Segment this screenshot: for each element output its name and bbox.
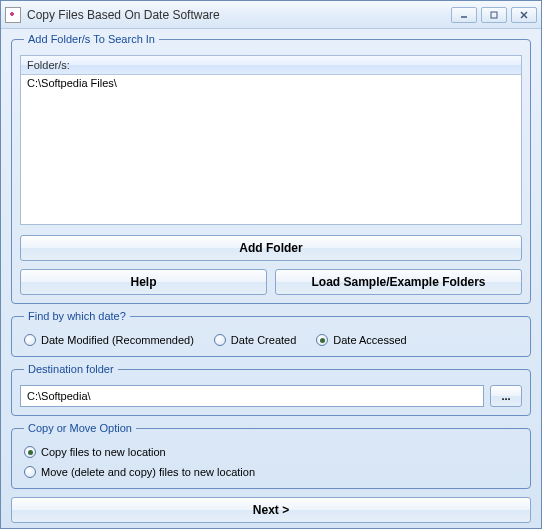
radio-date-created[interactable]: Date Created [214, 334, 296, 346]
add-folder-button[interactable]: Add Folder [20, 235, 522, 261]
maximize-button[interactable] [481, 7, 507, 23]
radio-date-accessed[interactable]: Date Accessed [316, 334, 406, 346]
destination-row: ... [20, 385, 522, 407]
group-add-folders-legend: Add Folder/s To Search In [24, 33, 159, 45]
folder-list-header: Folder/s: [21, 56, 521, 75]
folder-list[interactable]: Folder/s: C:\Softpedia Files\ [20, 55, 522, 225]
help-button[interactable]: Help [20, 269, 267, 295]
main-window: Copy Files Based On Date Software Add Fo… [0, 0, 542, 529]
folder-list-items: C:\Softpedia Files\ [21, 75, 521, 91]
folder-list-item[interactable]: C:\Softpedia Files\ [27, 77, 515, 89]
radio-icon [24, 466, 36, 478]
group-find-date-legend: Find by which date? [24, 310, 130, 322]
date-radio-row: Date Modified (Recommended) Date Created… [20, 332, 522, 348]
browse-button[interactable]: ... [490, 385, 522, 407]
radio-date-modified[interactable]: Date Modified (Recommended) [24, 334, 194, 346]
group-copy-move: Copy or Move Option Copy files to new lo… [11, 422, 531, 489]
radio-move-files[interactable]: Move (delete and copy) files to new loca… [24, 466, 518, 478]
app-icon [5, 7, 21, 23]
radio-label: Date Accessed [333, 334, 406, 346]
radio-label: Copy files to new location [41, 446, 166, 458]
group-add-folders: Add Folder/s To Search In Folder/s: C:\S… [11, 33, 531, 304]
group-destination-legend: Destination folder [24, 363, 118, 375]
group-copy-move-legend: Copy or Move Option [24, 422, 136, 434]
button-row: Help Load Sample/Example Folders [20, 269, 522, 295]
minimize-button[interactable] [451, 7, 477, 23]
load-sample-button[interactable]: Load Sample/Example Folders [275, 269, 522, 295]
window-controls [451, 7, 537, 23]
radio-label: Move (delete and copy) files to new loca… [41, 466, 255, 478]
radio-icon [24, 334, 36, 346]
svg-rect-1 [491, 12, 497, 18]
group-find-date: Find by which date? Date Modified (Recom… [11, 310, 531, 357]
titlebar: Copy Files Based On Date Software [1, 1, 541, 29]
content-area: Add Folder/s To Search In Folder/s: C:\S… [1, 29, 541, 529]
close-button[interactable] [511, 7, 537, 23]
window-title: Copy Files Based On Date Software [27, 8, 451, 22]
radio-copy-files[interactable]: Copy files to new location [24, 446, 518, 458]
radio-icon [316, 334, 328, 346]
radio-icon [24, 446, 36, 458]
group-destination: Destination folder ... [11, 363, 531, 416]
destination-input[interactable] [20, 385, 484, 407]
radio-label: Date Modified (Recommended) [41, 334, 194, 346]
radio-icon [214, 334, 226, 346]
next-button[interactable]: Next > [11, 497, 531, 523]
radio-label: Date Created [231, 334, 296, 346]
copymove-radio-stack: Copy files to new location Move (delete … [20, 444, 522, 480]
